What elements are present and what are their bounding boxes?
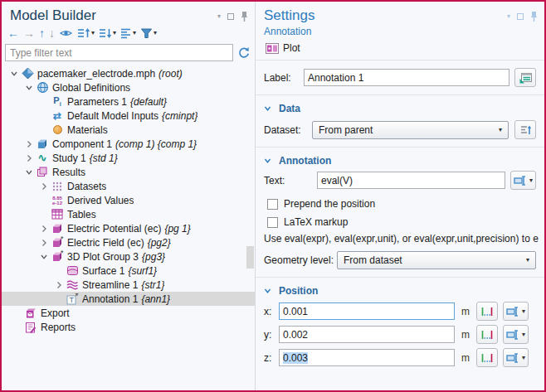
collapse-toggle-icon[interactable]: [38, 253, 50, 261]
section-header-annotation[interactable]: Annotation: [256, 152, 544, 167]
filter-row: [2, 41, 255, 65]
tree-item-derived-values[interactable]: 8.85e-12Derived Values: [2, 193, 255, 207]
float-window-icon[interactable]: [227, 13, 234, 20]
tree-item-component-1[interactable]: Component 1(comp 1) {comp 1}: [2, 137, 255, 151]
toolbar-back-button[interactable]: ←: [7, 27, 20, 40]
separator: [256, 277, 544, 278]
tables-icon: [50, 209, 65, 220]
combo-caret-icon: ▾: [522, 332, 525, 338]
refresh-icon[interactable]: [237, 46, 250, 59]
tree-item-label: Derived Values: [67, 195, 134, 206]
range-button[interactable]: [476, 325, 498, 344]
range-icon: [480, 352, 494, 364]
tree-item-results[interactable]: Results: [2, 165, 255, 179]
tree-item-label: pacemaker_electrode.mph(root): [37, 68, 183, 80]
menu-caret-icon[interactable]: ▾: [217, 13, 221, 20]
component-icon: [35, 138, 50, 150]
insert-expression-button[interactable]: ▾: [503, 325, 529, 344]
expand-toggle-icon[interactable]: [38, 225, 50, 233]
filter-input[interactable]: [5, 44, 233, 61]
collapse-toggle-icon[interactable]: [23, 168, 35, 177]
range-button[interactable]: [476, 302, 498, 321]
plot-button[interactable]: Plot: [262, 41, 304, 56]
tree-item-tag: {pg3}: [142, 251, 165, 263]
up-arrow-icon: ↑: [39, 27, 45, 39]
menu-caret-icon[interactable]: ▾: [507, 13, 510, 20]
insert-expression-button[interactable]: ▾: [510, 171, 536, 190]
tree-item-3d-plot-group-3[interactable]: *3D Plot Group 3{pg3}: [2, 249, 255, 264]
section-header-data[interactable]: Data: [256, 100, 544, 115]
insert-expression-button[interactable]: ▾: [503, 302, 529, 321]
tree-item-tag: {default}: [130, 96, 167, 108]
checkbox-label: Prepend the position: [284, 198, 375, 210]
position-y-label: y:: [264, 329, 279, 341]
tree-item-label: Tables: [67, 209, 96, 220]
tree-item-materials[interactable]: Materials: [2, 123, 255, 137]
funnel-icon: [140, 27, 153, 39]
dataset-combobox[interactable]: From parent ▾: [312, 121, 509, 139]
svg-text:*: *: [75, 293, 78, 301]
latex-markup-checkbox[interactable]: [267, 217, 278, 228]
tree-item-reports[interactable]: Reports: [2, 320, 255, 334]
tree-item-label: Electric Field (ec){pg2}: [67, 237, 171, 249]
float-window-icon[interactable]: [517, 13, 524, 20]
expand-toggle-icon[interactable]: [23, 140, 35, 148]
expand-toggle-icon[interactable]: [38, 239, 50, 247]
tree-item-label: Electric Potential (ec){pg 1}: [67, 223, 191, 235]
tree-item-global-definitions[interactable]: Global Definitions: [2, 80, 255, 94]
section-title: Data: [279, 103, 300, 114]
toolbar-model-tree-node-text-button[interactable]: ▾: [119, 27, 137, 40]
range-button[interactable]: [476, 348, 498, 367]
position-x-label: x:: [264, 306, 279, 317]
tree-item-default-model-inputs[interactable]: ⇄Default Model Inputs{cminpt}: [2, 109, 255, 123]
toolbar-collapse-all-button[interactable]: ▾: [98, 27, 117, 40]
tree-item-pacemaker-electrode-mph[interactable]: pacemaker_electrode.mph(root): [2, 66, 255, 80]
settings-breadcrumb: Annotation: [256, 24, 544, 38]
tree-item-label: Study 1{std 1}: [52, 152, 118, 164]
go-to-source-button[interactable]: [514, 120, 536, 139]
combo-caret-icon: ▾: [522, 308, 525, 315]
tree-item-export[interactable]: Export: [2, 306, 255, 320]
toolbar-forward-button[interactable]: →: [22, 27, 36, 40]
tree-item-annotation-1[interactable]: T*Annotation 1{ann1}: [2, 292, 255, 306]
tree-item-study-1[interactable]: ∿Study 1{std 1}: [2, 151, 255, 165]
tree-item-tables[interactable]: Tables: [2, 207, 255, 221]
collapse-toggle-icon[interactable]: [23, 84, 35, 92]
tree-item-electric-field-ec[interactable]: *Electric Field (ec){pg2}: [2, 235, 255, 249]
tree-item-streamline-1[interactable]: Streamline 1{str1}: [2, 278, 255, 292]
label-input[interactable]: [304, 69, 509, 86]
tree-item-datasets[interactable]: Datasets: [2, 179, 255, 193]
prepend-position-checkbox[interactable]: [267, 199, 278, 210]
show-node-in-window-button[interactable]: [514, 68, 536, 87]
expand-toggle-icon[interactable]: [38, 182, 50, 191]
toolbar-filter-button[interactable]: ▾: [139, 27, 158, 40]
pin-icon[interactable]: [530, 11, 538, 22]
tree-item-electric-potential-ec[interactable]: Electric Potential (ec){pg 1}: [2, 221, 255, 235]
position-z-input[interactable]: 0.003: [279, 349, 455, 366]
pin-icon[interactable]: [241, 11, 248, 22]
toolbar-expand-all-button[interactable]: ▾: [76, 27, 95, 40]
tree-item-parameters-1[interactable]: PiParameters 1{default}: [2, 94, 255, 109]
edit-field-icon: [506, 329, 519, 341]
geometry-level-row: Geometry level: From dataset ▾: [256, 251, 544, 269]
section-header-position[interactable]: Position: [256, 283, 544, 298]
toolbar-move-down-button[interactable]: ↓: [48, 27, 56, 40]
position-x-input[interactable]: [279, 302, 455, 320]
toolbar-move-up-button[interactable]: ↑: [38, 27, 46, 40]
plot-icon: [266, 43, 279, 54]
insert-expression-button[interactable]: ▾: [503, 348, 529, 367]
range-icon: [480, 329, 494, 341]
geometry-level-combobox[interactable]: From dataset ▾: [337, 251, 536, 269]
tree-scrollbar-thumb[interactable]: [246, 246, 254, 269]
position-y-input[interactable]: [279, 326, 455, 343]
expand-toggle-icon[interactable]: [23, 154, 35, 162]
toolbar-show-button[interactable]: [58, 27, 74, 40]
expand-toggle-icon[interactable]: [53, 281, 65, 289]
combo-caret-icon: ▾: [499, 127, 502, 133]
annotation-text-input[interactable]: [317, 172, 505, 189]
collapse-toggle-icon[interactable]: [8, 70, 20, 78]
tree-item-surface-1[interactable]: Surface 1{surf1}: [2, 264, 255, 278]
svg-text:T: T: [69, 296, 74, 304]
list-icon: [120, 27, 132, 39]
label-row: Label:: [256, 68, 544, 87]
